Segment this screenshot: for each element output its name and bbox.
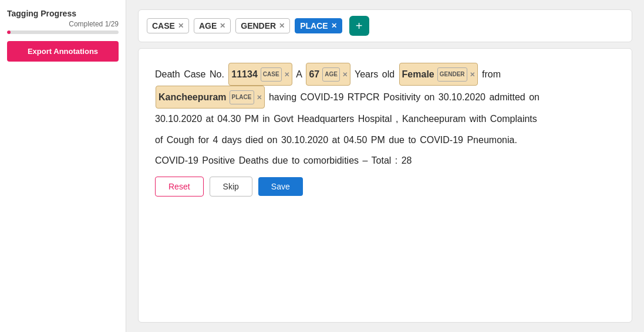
case-tag-label: CASE xyxy=(261,67,282,82)
age-tag-label: AGE xyxy=(322,67,340,82)
text-having: having COVID-19 RTPCR Positivity on 30.1… xyxy=(269,92,540,102)
main-content: CASE ✕ AGE ✕ GENDER ✕ PLACE ✕ + Death Ca… xyxy=(126,0,644,332)
tag-remove-gender-icon[interactable]: ✕ xyxy=(279,22,285,29)
add-tag-button[interactable]: + xyxy=(349,16,369,36)
text-years-old: Years old xyxy=(355,69,399,79)
save-button[interactable]: Save xyxy=(258,177,303,196)
text-death-case-no: Death Case No. xyxy=(155,69,224,79)
tag-chip-age[interactable]: AGE ✕ xyxy=(194,18,231,33)
tag-remove-age-icon[interactable]: ✕ xyxy=(220,22,225,29)
actions-row: Reset Skip Save xyxy=(155,171,615,197)
tagged-gender: Female GENDER ✕ xyxy=(399,63,478,86)
export-annotations-button[interactable]: Export Annotations xyxy=(7,41,119,62)
document-text-line1: Death Case No. 11134 CASE ✕ A 67 AGE ✕ Y… xyxy=(155,63,615,86)
case-tag-remove-icon[interactable]: ✕ xyxy=(284,67,289,82)
tag-chip-case[interactable]: CASE ✕ xyxy=(147,18,189,33)
case-no-value: 11134 xyxy=(231,64,258,84)
text-from: from xyxy=(482,69,501,79)
progress-bar-container xyxy=(7,31,119,34)
gender-tag-label: GENDER xyxy=(437,67,467,82)
tagged-case-no: 11134 CASE ✕ xyxy=(228,63,292,86)
tagging-progress-subtitle: Completed 1/29 xyxy=(7,20,119,28)
skip-button[interactable]: Skip xyxy=(210,177,252,197)
document-text-line3: 30.10.2020 at 04.30 PM in Govt Headquart… xyxy=(155,109,615,129)
tagging-progress-title: Tagging Progress xyxy=(7,8,119,19)
reset-button[interactable]: Reset xyxy=(155,177,204,197)
tagged-place: Kancheepuram PLACE ✕ xyxy=(156,86,265,109)
tag-label-gender: GENDER xyxy=(241,21,276,31)
progress-bar-fill xyxy=(7,31,11,34)
place-value: Kancheepuram xyxy=(159,87,227,107)
place-tag-label: PLACE xyxy=(230,90,254,104)
place-tag-remove-icon[interactable]: ✕ xyxy=(257,90,262,104)
tag-label-age: AGE xyxy=(199,21,217,31)
text-a: A xyxy=(296,69,305,79)
tags-toolbar: CASE ✕ AGE ✕ GENDER ✕ PLACE ✕ + xyxy=(138,9,632,42)
gender-value: Female xyxy=(402,64,434,84)
tag-label-place: PLACE xyxy=(300,21,328,31)
tagged-age: 67 AGE ✕ xyxy=(306,63,350,86)
tag-chip-gender[interactable]: GENDER ✕ xyxy=(235,18,290,33)
document-text-line5: COVID-19 Positive Deaths due to comorbid… xyxy=(155,150,615,171)
document-text-line2: Kancheepuram PLACE ✕ having COVID-19 RTP… xyxy=(155,86,615,109)
document-area: Death Case No. 11134 CASE ✕ A 67 AGE ✕ Y… xyxy=(138,48,632,323)
tag-remove-case-icon[interactable]: ✕ xyxy=(178,22,184,29)
age-value: 67 xyxy=(309,64,319,84)
add-tag-icon: + xyxy=(356,19,363,33)
tag-remove-place-icon[interactable]: ✕ xyxy=(331,22,337,29)
gender-tag-remove-icon[interactable]: ✕ xyxy=(470,67,475,82)
tag-chip-place[interactable]: PLACE ✕ xyxy=(295,18,342,33)
document-text-line4: of Cough for 4 days died on 30.10.2020 a… xyxy=(155,130,615,150)
age-tag-remove-icon[interactable]: ✕ xyxy=(342,67,348,82)
tag-label-case: CASE xyxy=(152,21,175,31)
sidebar: Tagging Progress Completed 1/29 Export A… xyxy=(0,0,126,332)
